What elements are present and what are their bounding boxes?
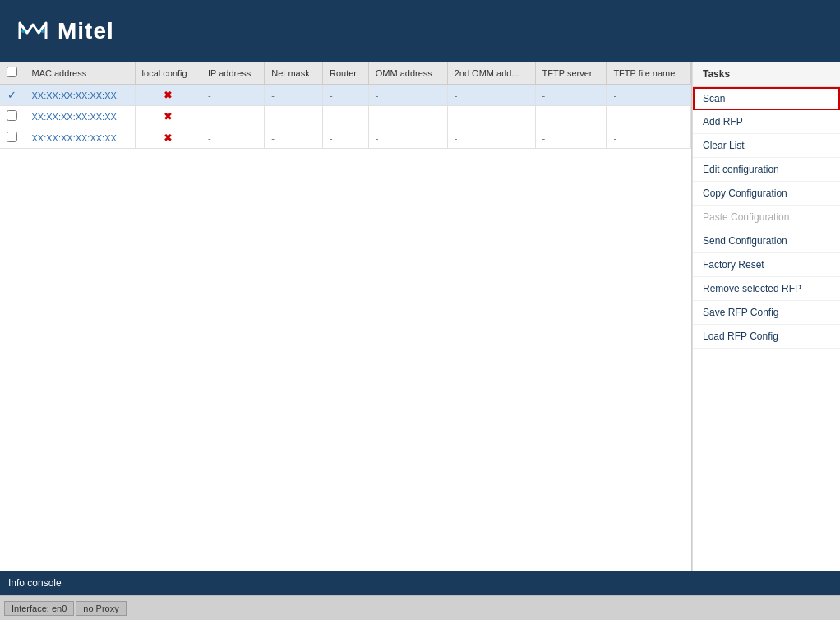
row-mac[interactable]: XX:XX:XX:XX:XX:XX: [25, 127, 135, 149]
row-mac[interactable]: XX:XX:XX:XX:XX:XX: [25, 85, 135, 106]
task-scan[interactable]: Scan: [693, 87, 840, 110]
col-checkbox[interactable]: [0, 62, 25, 85]
svg-point-2: [41, 30, 44, 33]
row-omm2: -: [447, 127, 535, 149]
col-omm-address: OMM address: [368, 62, 447, 85]
col-tftp-server: TFTP server: [535, 62, 607, 85]
row-router: -: [322, 106, 368, 127]
row-ip: -: [201, 106, 264, 127]
col-router: Router: [322, 62, 368, 85]
row-tftp-server: -: [535, 106, 607, 127]
row-router: -: [322, 127, 368, 149]
rfp-table-area: MAC address local config IP address Net …: [0, 62, 692, 571]
task-send-configuration[interactable]: Send Configuration: [693, 229, 840, 253]
row-omm: -: [368, 106, 447, 127]
table-row[interactable]: ✓ XX:XX:XX:XX:XX:XX ✖ - - - - - - -: [0, 85, 691, 106]
col-tftp-file: TFTP file name: [607, 62, 691, 85]
row-checkbox[interactable]: [7, 132, 17, 142]
row-checkbox-cell[interactable]: ✓: [0, 85, 25, 106]
row-tftp-file: -: [607, 106, 691, 127]
row-router: -: [322, 85, 368, 106]
tasks-panel: Tasks Scan Add RFP Clear List Edit confi…: [692, 62, 840, 571]
row-omm: -: [368, 127, 447, 149]
col-2nd-omm: 2nd OMM add...: [447, 62, 535, 85]
task-clear-list[interactable]: Clear List: [693, 134, 840, 158]
col-ip-address: IP address: [201, 62, 264, 85]
tasks-header: Tasks: [693, 62, 840, 87]
task-load-rfp-config[interactable]: Load RFP Config: [693, 325, 840, 349]
row-tftp-server: -: [535, 127, 607, 149]
row-mac[interactable]: XX:XX:XX:XX:XX:XX: [25, 106, 135, 127]
row-checkbox[interactable]: [7, 110, 17, 121]
task-add-rfp[interactable]: Add RFP: [693, 110, 840, 134]
row-checkbox-cell[interactable]: [0, 127, 25, 149]
row-omm: -: [368, 85, 447, 106]
x-icon: ✖: [164, 89, 173, 101]
info-console: Info console: [0, 571, 840, 595]
logo: Mitel: [16, 15, 114, 48]
rfp-table: MAC address local config IP address Net …: [0, 62, 691, 149]
row-netmask: -: [265, 106, 323, 127]
table-body: ✓ XX:XX:XX:XX:XX:XX ✖ - - - - - - -: [0, 85, 691, 149]
row-ip: -: [201, 85, 264, 106]
col-net-mask: Net mask: [265, 62, 323, 85]
app-header: Mitel: [0, 0, 840, 62]
row-checkbox-cell[interactable]: [0, 106, 25, 127]
main-layout: MAC address local config IP address Net …: [0, 62, 840, 571]
col-local-config: local config: [135, 62, 201, 85]
row-omm2: -: [447, 85, 535, 106]
interface-label: Interface: en0: [4, 601, 74, 616]
task-factory-reset[interactable]: Factory Reset: [693, 253, 840, 277]
row-tftp-file: -: [607, 127, 691, 149]
x-icon: ✖: [164, 110, 173, 123]
checked-icon: ✓: [7, 89, 16, 101]
row-ip: -: [201, 127, 264, 149]
info-console-label: Info console: [8, 577, 62, 589]
task-edit-configuration[interactable]: Edit configuration: [693, 158, 840, 182]
table-row[interactable]: XX:XX:XX:XX:XX:XX ✖ - - - - - - -: [0, 127, 691, 149]
proxy-label: no Proxy: [76, 601, 126, 616]
svg-point-1: [21, 30, 25, 33]
mitel-logo-icon: [16, 15, 49, 48]
row-local-config: ✖: [135, 106, 201, 127]
row-local-config: ✖: [135, 85, 201, 106]
col-mac-address: MAC address: [25, 62, 135, 85]
row-tftp-file: -: [607, 85, 691, 106]
row-omm2: -: [447, 106, 535, 127]
row-netmask: -: [265, 127, 323, 149]
table-row[interactable]: XX:XX:XX:XX:XX:XX ✖ - - - - - - -: [0, 106, 691, 127]
task-save-rfp-config[interactable]: Save RFP Config: [693, 301, 840, 325]
row-tftp-server: -: [535, 85, 607, 106]
row-netmask: -: [265, 85, 323, 106]
select-all-checkbox[interactable]: [7, 67, 17, 77]
task-remove-selected-rfp[interactable]: Remove selected RFP: [693, 277, 840, 301]
x-icon: ✖: [164, 132, 173, 144]
task-paste-configuration: Paste Configuration: [693, 206, 840, 229]
table-header-row: MAC address local config IP address Net …: [0, 62, 691, 85]
app-title: Mitel: [58, 18, 114, 44]
row-local-config: ✖: [135, 127, 201, 149]
status-bar: Interface: en0 no Proxy: [0, 595, 840, 620]
task-copy-configuration[interactable]: Copy Configuration: [693, 182, 840, 206]
